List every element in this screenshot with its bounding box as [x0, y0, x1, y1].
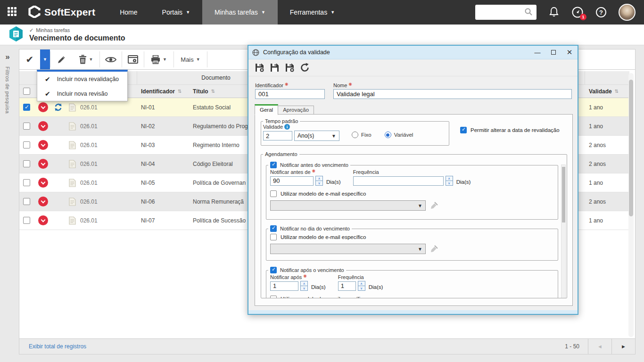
email-template-select[interactable]: ▼	[270, 200, 426, 211]
column-header-identificador[interactable]: Identificador⇅	[137, 85, 189, 98]
document-icon	[69, 179, 76, 187]
menu-portais[interactable]: Portais▼	[150, 0, 203, 25]
stepper-up-icon: ∧	[301, 281, 307, 286]
tab-geral[interactable]: Geral	[255, 104, 278, 115]
validade-input[interactable]	[263, 131, 292, 140]
show-total-link[interactable]: Exibir total de registros	[29, 343, 86, 350]
row-checkbox[interactable]	[23, 217, 30, 224]
minimize-button[interactable]: —	[529, 46, 545, 59]
edit-button[interactable]	[50, 49, 72, 69]
dialog-toolbar	[248, 59, 578, 76]
radio-variavel[interactable]: Variável	[385, 132, 413, 138]
dialog-tabs: Geral Aprovação	[255, 104, 314, 115]
clear-selection-broom-icon[interactable]	[429, 201, 438, 210]
name-input[interactable]	[333, 89, 572, 99]
user-avatar[interactable]	[619, 4, 636, 21]
permitir-alterar-checkbox[interactable]	[460, 127, 467, 133]
search-input[interactable]	[475, 5, 537, 20]
chevron-down-icon: ▼	[196, 57, 200, 62]
prev-page-button[interactable]: ◄	[588, 339, 611, 354]
menu-ferramentas[interactable]: Ferramentas▼	[278, 0, 347, 25]
list-footer: Exibir total de registros 1 - 50 ◄ ►	[19, 338, 635, 354]
delete-button[interactable]: ▼	[72, 49, 99, 69]
validade-unit-select[interactable]: Ano(s)▼	[294, 131, 339, 141]
execute-task-button[interactable]: ✔	[19, 49, 40, 69]
menu-home[interactable]: Home	[107, 0, 149, 25]
notificar-apos-input[interactable]	[270, 281, 298, 291]
agendamento-scrollbar-thumb[interactable]	[562, 167, 565, 222]
agendamento-scrollbar[interactable]	[561, 165, 566, 298]
dialog-titlebar[interactable]: Configuração da validade — ✕	[248, 46, 578, 59]
view-data-button[interactable]	[100, 49, 122, 69]
apps-grid-icon[interactable]	[8, 7, 18, 17]
category-value: 026.01	[80, 217, 98, 224]
select-all-checkbox[interactable]	[23, 88, 30, 95]
table-scrollbar[interactable]	[628, 73, 634, 337]
row-checkbox[interactable]	[23, 123, 30, 130]
more-button[interactable]: Mais▼	[174, 49, 207, 69]
identifier-value: NI-04	[137, 155, 189, 173]
notificar-apos-checkbox[interactable]	[270, 267, 277, 273]
column-header-validade[interactable]: Validade⇅	[585, 85, 629, 98]
notificar-no-dia-checkbox[interactable]	[270, 225, 277, 232]
expired-status-icon[interactable]	[38, 197, 48, 206]
frequencia-input[interactable]	[338, 281, 356, 291]
close-button[interactable]: ✕	[561, 46, 578, 59]
radio-selected-icon	[385, 132, 391, 138]
row-checkbox[interactable]	[23, 179, 30, 186]
expired-status-icon[interactable]	[38, 159, 48, 169]
row-checkbox[interactable]	[23, 160, 30, 167]
menu-item-incluir-nova-revalidacao[interactable]: ✔ Incluir nova revalidação	[37, 72, 127, 86]
stepper-control[interactable]: ∧∨	[446, 176, 453, 186]
brand-logo[interactable]: SoftExpert	[28, 6, 95, 19]
next-page-button[interactable]: ►	[611, 339, 635, 354]
menu-minhas-tarefas[interactable]: Minhas tarefas▼	[202, 0, 278, 25]
expired-status-icon[interactable]	[38, 140, 48, 150]
next-arrow-icon: ►	[621, 344, 626, 349]
expand-filters-icon[interactable]: »	[5, 53, 9, 61]
menu-item-incluir-nova-revisao[interactable]: ✔ Incluir nova revisão	[37, 86, 127, 101]
name-label: Nome❋	[333, 82, 572, 88]
row-checkbox[interactable]	[23, 141, 30, 148]
email-template-row[interactable]: Utilizar modelo de e-mail específico	[266, 232, 558, 241]
print-button[interactable]: ▼	[144, 49, 173, 69]
email-template-row[interactable]: Utilizar modelo de e-mail específico	[266, 294, 558, 298]
save-and-new-button[interactable]	[255, 63, 264, 73]
permitir-alterar-label: Permitir alterar a data de revalidação	[471, 127, 560, 133]
document-icon	[69, 122, 76, 131]
permitir-alterar-row[interactable]: Permitir alterar a data de revalidação	[460, 127, 560, 133]
expired-status-icon[interactable]	[38, 215, 48, 225]
row-checkbox[interactable]	[23, 104, 30, 111]
email-template-select[interactable]: ▼	[270, 244, 426, 254]
email-template-checkbox[interactable]	[270, 190, 277, 197]
notificar-antes-checkbox[interactable]	[270, 162, 277, 168]
stepper-control[interactable]: ∧∨	[358, 281, 365, 291]
email-template-checkbox[interactable]	[270, 296, 277, 298]
email-template-checkbox[interactable]	[270, 234, 277, 240]
tab-aprovacao[interactable]: Aprovação	[278, 106, 314, 115]
maximize-button[interactable]	[545, 46, 561, 59]
notifications-bell-icon[interactable]	[549, 7, 559, 18]
preview-document-button[interactable]	[122, 49, 144, 69]
refresh-button[interactable]	[300, 63, 310, 73]
save-button[interactable]	[270, 63, 280, 73]
execute-task-dropdown-button[interactable]: ▼	[40, 49, 50, 69]
pending-tasks-icon[interactable]: 1	[571, 6, 584, 18]
email-template-row[interactable]: Utilizar modelo de e-mail específico	[266, 189, 558, 198]
frequencia-input[interactable]	[353, 176, 444, 186]
radio-fixo[interactable]: Fixo	[352, 132, 372, 138]
stepper-control[interactable]: ∧∨	[315, 176, 323, 186]
expired-status-icon[interactable]	[38, 121, 48, 131]
expired-status-icon[interactable]	[38, 102, 48, 112]
info-icon[interactable]: i	[284, 124, 290, 130]
identifier-input[interactable]	[255, 89, 325, 99]
row-checkbox[interactable]	[23, 198, 30, 205]
notificar-antes-de-input[interactable]	[270, 176, 314, 186]
breadcrumb[interactable]: ✓ Minhas tarefas	[29, 27, 125, 33]
table-scrollbar-thumb[interactable]	[629, 80, 633, 216]
expired-status-icon[interactable]	[38, 178, 48, 188]
save-and-close-button[interactable]	[285, 63, 295, 73]
clear-selection-broom-icon[interactable]	[429, 245, 438, 254]
help-icon[interactable]: ?	[596, 7, 606, 17]
stepper-control[interactable]: ∧∨	[300, 281, 308, 291]
